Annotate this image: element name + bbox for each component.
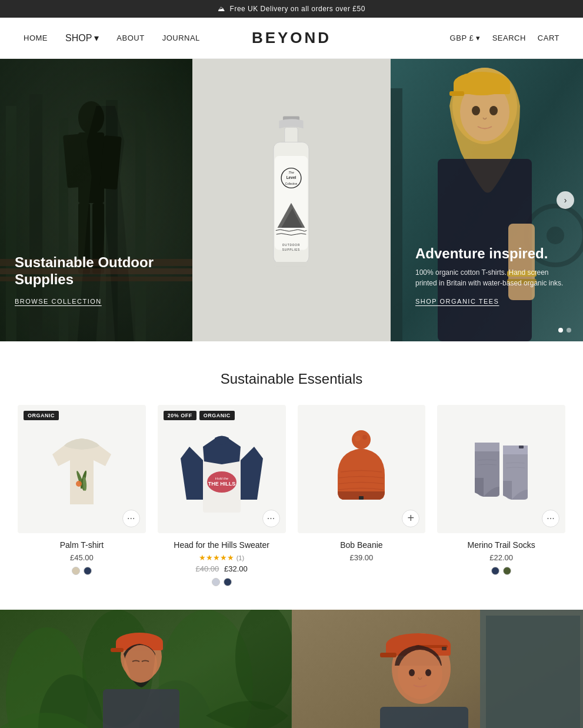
hero-dots bbox=[558, 328, 571, 333]
swatch-olive[interactable] bbox=[503, 567, 511, 575]
product-image-bob-beanie: + bbox=[298, 405, 426, 533]
swatch-navy-3[interactable] bbox=[491, 567, 499, 575]
badge-organic-1: ORGANIC bbox=[24, 411, 59, 420]
cart-link[interactable]: CART bbox=[538, 34, 559, 42]
currency-selector[interactable]: GBP £ ▾ bbox=[450, 34, 481, 42]
banner-left[interactable] bbox=[0, 610, 292, 728]
product-card-hills-sweater[interactable]: 20% OFF ORGANIC Hold the bbox=[158, 405, 286, 586]
product-badges-hills-sweater: 20% OFF ORGANIC bbox=[164, 411, 235, 420]
product-card-bob-beanie[interactable]: + Bob Beanie £39.00 bbox=[298, 405, 426, 586]
svg-point-53 bbox=[362, 435, 367, 440]
color-swatches-palm-tshirt bbox=[18, 567, 146, 575]
old-price-hills-sweater: £40.00 bbox=[196, 564, 219, 573]
search-link[interactable]: SEARCH bbox=[492, 34, 526, 42]
bottom-banners bbox=[0, 610, 583, 728]
hero-panel-center: The Level Collective OUTDOOR SUPPLIES bbox=[192, 59, 391, 341]
svg-point-37 bbox=[472, 106, 480, 115]
nav-shop-dropdown[interactable]: SHOP ▾ bbox=[65, 32, 99, 44]
product-image-hills-sweater: 20% OFF ORGANIC Hold the bbox=[158, 405, 286, 533]
banner-left-bg bbox=[0, 610, 292, 728]
main-nav: HOME SHOP ▾ ABOUT JOURNAL bbox=[24, 32, 200, 44]
header-actions: GBP £ ▾ SEARCH CART bbox=[450, 34, 559, 42]
nav-about[interactable]: ABOUT bbox=[116, 34, 144, 42]
hero-left-cta[interactable]: BROWSE COLLECTION bbox=[15, 298, 102, 305]
product-name-merino-socks: Merino Trail Socks bbox=[437, 540, 565, 550]
color-swatches-hills-sweater bbox=[158, 578, 286, 586]
banner-right[interactable] bbox=[292, 610, 584, 728]
svg-text:OUTDOOR: OUTDOOR bbox=[282, 244, 300, 247]
product-action-merino-socks[interactable]: ··· bbox=[542, 510, 559, 527]
banner-right-svg bbox=[292, 610, 584, 728]
svg-rect-77 bbox=[442, 647, 447, 650]
svg-rect-66 bbox=[111, 648, 124, 652]
badge-sale: 20% OFF bbox=[164, 411, 196, 420]
svg-point-80 bbox=[425, 669, 431, 676]
nav-journal[interactable]: JOURNAL bbox=[162, 34, 200, 42]
product-card-merino-socks[interactable]: ··· Merino Trail Socks £22.00 bbox=[437, 405, 565, 586]
products-title: Sustainable Essentials bbox=[18, 371, 565, 387]
currency-label: GBP £ bbox=[450, 34, 474, 42]
new-price-hills-sweater: £32.00 bbox=[224, 564, 248, 573]
hero-section: Sustainable Outdoor Supplies BROWSE COLL… bbox=[0, 59, 583, 341]
products-grid: ORGANIC ··· Palm T-shirt £45.00 bbox=[18, 405, 565, 586]
nav-home[interactable]: HOME bbox=[24, 34, 48, 42]
svg-rect-27 bbox=[274, 262, 309, 267]
price-merino-socks: £22.00 bbox=[489, 553, 513, 562]
svg-point-46 bbox=[76, 481, 82, 487]
hero-right-content: Adventure inspired. 100% organic cotton … bbox=[415, 245, 568, 306]
product-name-bob-beanie: Bob Beanie bbox=[298, 540, 426, 550]
product-action-hills-sweater[interactable]: ··· bbox=[262, 510, 280, 527]
product-price-bob-beanie: £39.00 bbox=[298, 553, 426, 562]
product-price-palm-tshirt: £45.00 bbox=[18, 553, 146, 562]
svg-point-78 bbox=[398, 650, 442, 699]
hero-next-button[interactable]: › bbox=[557, 191, 574, 209]
svg-text:Hold the: Hold the bbox=[215, 477, 228, 480]
hero-dot-1[interactable] bbox=[558, 328, 563, 333]
svg-text:Level: Level bbox=[286, 175, 297, 179]
hero-right-cta[interactable]: SHOP ORGANIC TEES bbox=[415, 298, 499, 305]
badge-organic-2: ORGANIC bbox=[199, 411, 235, 420]
sweater-illustration: Hold the THE HILLS bbox=[181, 423, 263, 514]
svg-text:Collective: Collective bbox=[285, 182, 298, 185]
banner-text: Free UK Delivery on all orders over £50 bbox=[230, 5, 365, 13]
product-action-palm-tshirt[interactable]: ··· bbox=[122, 510, 140, 527]
price-bob-beanie: £39.00 bbox=[349, 553, 373, 562]
product-price-merino-socks: £22.00 bbox=[437, 553, 565, 562]
svg-point-51 bbox=[352, 430, 371, 449]
socks-illustration bbox=[463, 431, 539, 507]
chevron-down-icon: ▾ bbox=[94, 32, 99, 44]
svg-rect-54 bbox=[359, 496, 364, 500]
hero-right-title: Adventure inspired. bbox=[415, 245, 568, 262]
swatch-navy[interactable] bbox=[84, 567, 92, 575]
review-count: (1) bbox=[236, 554, 244, 561]
svg-rect-36 bbox=[449, 91, 464, 96]
svg-text:THE HILLS: THE HILLS bbox=[208, 481, 235, 487]
price-palm-tshirt: £45.00 bbox=[70, 553, 94, 562]
color-swatches-merino-socks bbox=[437, 567, 565, 575]
product-action-bob-beanie[interactable]: + bbox=[402, 510, 419, 527]
svg-rect-29 bbox=[391, 88, 402, 341]
beanie-illustration bbox=[326, 428, 397, 510]
svg-point-67 bbox=[124, 645, 157, 683]
product-stars-hills-sweater: ★★★★★ (1) bbox=[158, 553, 286, 562]
swatch-tan[interactable] bbox=[72, 567, 80, 575]
svg-rect-81 bbox=[380, 707, 468, 728]
chevron-down-icon: ▾ bbox=[476, 34, 481, 42]
chevron-right-icon: › bbox=[564, 195, 567, 205]
svg-rect-68 bbox=[103, 689, 179, 728]
site-logo[interactable]: BEYOND bbox=[252, 29, 331, 47]
svg-rect-16 bbox=[285, 127, 298, 144]
hero-left-content: Sustainable Outdoor Supplies BROWSE COLL… bbox=[15, 254, 192, 306]
top-banner: ⛰ Free UK Delivery on all orders over £5… bbox=[0, 0, 583, 18]
product-image-merino-socks: ··· bbox=[437, 405, 565, 533]
swatch-navy-2[interactable] bbox=[224, 578, 232, 586]
hero-dot-2[interactable] bbox=[567, 328, 571, 333]
svg-rect-75 bbox=[380, 653, 397, 657]
hero-panel-right: Adventure inspired. 100% organic cotton … bbox=[391, 59, 583, 341]
products-section: Sustainable Essentials ORGANIC ··· bbox=[0, 341, 583, 610]
product-name-hills-sweater: Head for the Hills Sweater bbox=[158, 540, 286, 550]
svg-text:SUPPLIES: SUPPLIES bbox=[282, 248, 300, 251]
swatch-grey[interactable] bbox=[212, 578, 220, 586]
product-card-palm-tshirt[interactable]: ORGANIC ··· Palm T-shirt £45.00 bbox=[18, 405, 146, 586]
product-image-palm-tshirt: ORGANIC ··· bbox=[18, 405, 146, 533]
